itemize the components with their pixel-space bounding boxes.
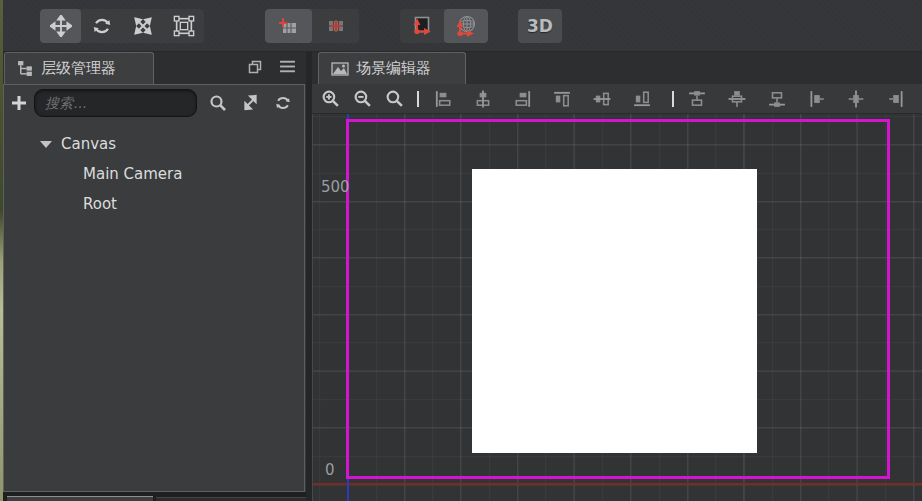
- align-top-button[interactable]: [548, 87, 576, 111]
- align-horizontal-center-button[interactable]: [469, 87, 497, 111]
- tab-scene[interactable]: 场景编辑器: [318, 52, 466, 84]
- coordinate-tool-group: [400, 9, 488, 43]
- distribute-left-button[interactable]: [803, 87, 831, 111]
- main-toolbar: 3D: [0, 0, 922, 52]
- desktop-edge-strip: [0, 0, 3, 501]
- rect-transform-icon: [173, 15, 195, 37]
- align-vertical-center-icon: [593, 90, 611, 108]
- hierarchy-panel: Canvas Main Camera Root: [3, 84, 305, 492]
- pivot-corner-button[interactable]: [265, 9, 312, 43]
- align-vertical-center-button[interactable]: [588, 87, 616, 111]
- tree-node-main-camera[interactable]: Main Camera: [4, 159, 304, 189]
- distribute-vertical-center-icon: [728, 90, 746, 108]
- align-left-button[interactable]: [429, 87, 457, 111]
- zoom-reset-icon: [385, 89, 404, 108]
- lower-panel-toolbar-edge: [7, 496, 153, 501]
- editor-window: 3D 层级管理器: [0, 0, 922, 501]
- scene-icon: [331, 61, 349, 77]
- move-icon: [50, 15, 72, 37]
- world-coordinate-icon: [454, 14, 478, 38]
- align-top-icon: [553, 90, 571, 108]
- align-right-icon: [514, 90, 532, 108]
- tree-node-root[interactable]: Root: [4, 189, 304, 219]
- local-coordinate-icon: [410, 14, 434, 38]
- scene-viewport[interactable]: 500 0: [312, 114, 922, 501]
- hierarchy-toolbar: [4, 85, 304, 121]
- lower-panel-edge: [0, 492, 310, 501]
- hierarchy-tree: Canvas Main Camera Root: [4, 129, 304, 219]
- distribute-top-button[interactable]: [684, 87, 712, 111]
- transform-tool-group: [40, 9, 204, 43]
- distribute-vertical-center-button[interactable]: [723, 87, 751, 111]
- search-input[interactable]: [34, 89, 197, 117]
- scene-toolbar: [312, 84, 922, 114]
- hierarchy-icon: [17, 60, 34, 77]
- tree-node-label: Root: [83, 195, 117, 213]
- move-tool-button[interactable]: [40, 9, 81, 43]
- distribute-horizontal-center-icon: [847, 90, 865, 108]
- toolbar-separator: [417, 91, 419, 107]
- distribute-right-button[interactable]: [882, 87, 910, 111]
- align-bottom-icon: [633, 90, 651, 108]
- pivot-corner-icon: [277, 14, 301, 38]
- zoom-out-button[interactable]: [350, 87, 376, 111]
- rect-transform-tool-button[interactable]: [163, 9, 204, 43]
- lower-panel-edge-dark: [156, 497, 306, 501]
- refresh-icon[interactable]: [274, 94, 292, 112]
- zoom-reset-button[interactable]: [382, 87, 408, 111]
- scene-tab-title: 场景编辑器: [356, 59, 431, 78]
- scene-tabbar: 场景编辑器: [312, 52, 922, 84]
- search-icon[interactable]: [209, 94, 227, 112]
- distribute-right-icon: [887, 90, 905, 108]
- expand-all-icon[interactable]: [242, 94, 259, 112]
- rotate-icon: [91, 15, 113, 37]
- tree-node-label: Main Camera: [83, 165, 182, 183]
- x-axis-line: [313, 483, 922, 485]
- rotate-tool-button[interactable]: [81, 9, 122, 43]
- pivot-tool-group: [265, 9, 359, 43]
- local-coordinate-button[interactable]: [400, 9, 444, 43]
- distribute-bottom-icon: [768, 90, 786, 108]
- ruler-label-500: 500: [321, 178, 350, 196]
- hierarchy-tab-title: 层级管理器: [41, 59, 116, 78]
- duplicate-panel-icon[interactable]: [247, 59, 263, 75]
- add-node-button[interactable]: [4, 95, 34, 111]
- zoom-in-button[interactable]: [318, 87, 344, 111]
- distribute-top-icon: [688, 90, 706, 108]
- scale-tool-button[interactable]: [122, 9, 163, 43]
- align-horizontal-center-icon: [474, 90, 492, 108]
- align-left-icon: [434, 90, 452, 108]
- collapse-caret-icon[interactable]: [40, 141, 52, 148]
- panel-menu-icon[interactable]: [279, 59, 296, 75]
- pivot-center-icon: [324, 14, 348, 38]
- tab-hierarchy[interactable]: 层级管理器: [4, 52, 154, 84]
- ruler-label-0: 0: [325, 461, 335, 479]
- scene-node-sprite[interactable]: [472, 169, 757, 453]
- toolbar-separator: [672, 91, 674, 107]
- align-bottom-button[interactable]: [628, 87, 656, 111]
- scale-icon: [133, 16, 153, 36]
- distribute-left-icon: [808, 90, 826, 108]
- world-coordinate-button[interactable]: [444, 9, 488, 43]
- hierarchy-tabbar: 层级管理器: [0, 52, 306, 84]
- add-node-icon: [11, 95, 27, 111]
- distribute-bottom-button[interactable]: [763, 87, 791, 111]
- pivot-center-button[interactable]: [312, 9, 359, 43]
- tree-node-label: Canvas: [61, 135, 116, 153]
- zoom-in-icon: [321, 89, 340, 108]
- zoom-out-icon: [353, 89, 372, 108]
- tree-node-canvas[interactable]: Canvas: [4, 129, 304, 159]
- align-right-button[interactable]: [509, 87, 537, 111]
- 3d-mode-button[interactable]: 3D: [518, 9, 562, 43]
- distribute-horizontal-center-button[interactable]: [843, 87, 871, 111]
